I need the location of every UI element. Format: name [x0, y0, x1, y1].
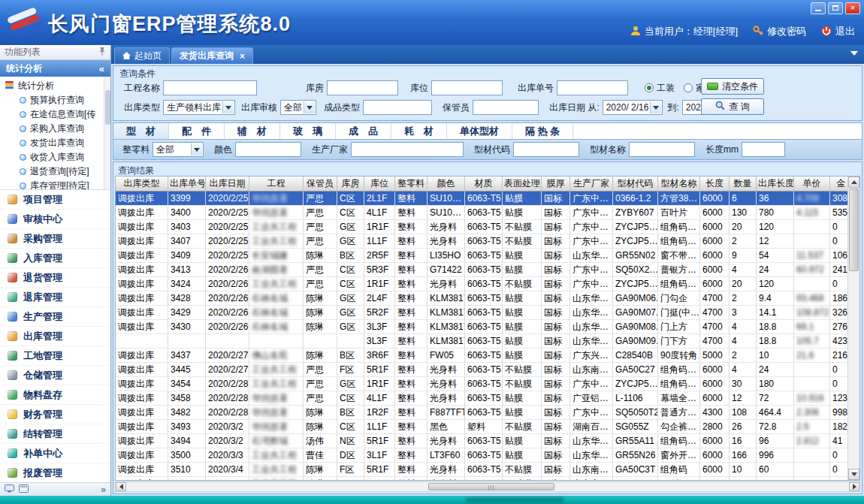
cell[interactable]: 山东华… — [570, 448, 613, 463]
cell[interactable]: ZYCJP5… — [613, 220, 658, 234]
cell[interactable]: 6000 — [700, 192, 730, 206]
cell[interactable]: 10 — [730, 477, 757, 480]
cell[interactable] — [206, 334, 249, 349]
cell[interactable]: 调拨出库 — [116, 291, 168, 306]
cell[interactable]: 整料 — [395, 406, 427, 420]
cell[interactable]: L型角… — [658, 477, 700, 480]
cell[interactable]: 山东华… — [570, 306, 613, 320]
cell[interactable]: 整料 — [395, 306, 427, 320]
cell[interactable]: 6000 — [700, 434, 730, 448]
cell[interactable]: 广东中… — [570, 377, 613, 391]
table-row[interactable]: 调拨出库34822020/2/28华润原著陈琳B区1R2F整料F887TFT60… — [116, 406, 847, 420]
cell[interactable]: 调拨出库 — [116, 263, 168, 277]
tree-root-statistics[interactable]: 统计分析 — [5, 79, 103, 93]
cell[interactable]: 2020/3/4 — [206, 477, 249, 480]
cell[interactable]: 6000 — [700, 448, 730, 463]
cell[interactable]: 2020/3/3 — [206, 448, 249, 463]
cell[interactable]: 贴膜 — [503, 320, 542, 334]
sidebar-item-退库管理[interactable]: 退库管理 — [0, 288, 110, 307]
cell[interactable]: 山东华… — [570, 334, 613, 349]
cell[interactable]: 3430 — [168, 320, 206, 334]
project-name-input[interactable] — [163, 80, 257, 95]
cell[interactable]: LT3F60 — [427, 448, 465, 463]
cell[interactable]: LI35HO — [427, 249, 465, 263]
cell[interactable]: 窗外开… — [658, 448, 700, 463]
scroll-up-button[interactable] — [848, 177, 859, 188]
cell[interactable]: 严思 — [304, 220, 337, 234]
cell[interactable]: 陈琳 — [304, 291, 337, 306]
cell[interactable]: C区 — [337, 192, 364, 206]
cell[interactable] — [794, 477, 830, 480]
cell[interactable]: 2020/3/4 — [206, 463, 249, 477]
cell[interactable]: 6063-T5 — [465, 477, 503, 480]
scroll-down-button[interactable] — [848, 469, 859, 480]
cell[interactable]: 整料 — [395, 291, 427, 306]
cell[interactable]: F区 — [337, 463, 364, 477]
cell[interactable]: 光身料 — [427, 477, 465, 480]
cell[interactable]: 5R2F — [364, 306, 395, 320]
table-row[interactable]: 调拨出库34452020/2/27工业共工程严思F区5R1F整料光身料6063-… — [116, 363, 847, 377]
cell[interactable]: 72 — [757, 391, 794, 406]
scroll-left-button[interactable] — [116, 482, 126, 491]
cell[interactable]: 3400 — [168, 206, 206, 220]
cell[interactable]: 石林名城 — [249, 320, 304, 334]
cell[interactable]: 国标 — [542, 434, 570, 448]
cell[interactable]: 2020/2/25 — [206, 220, 249, 234]
cell[interactable]: 光身料 — [427, 277, 465, 291]
column-header-库位[interactable]: 库位 — [364, 177, 395, 192]
material-tab-配件[interactable]: 配 件 — [169, 123, 225, 139]
close-button[interactable]: × — [845, 2, 860, 14]
table-row[interactable]: 调拨出库34132020/2/26南湖园著严思C区5R3F整料G71422606… — [116, 263, 847, 277]
table-row[interactable]: 调拨出库34302020/2/26石林名城陈琳G区3L3F整料KLM381760… — [116, 320, 847, 334]
cell[interactable]: 调拨出库 — [116, 249, 168, 263]
cell[interactable]: KLM3817 — [427, 291, 465, 306]
table-row[interactable]: 调拨出库34582020/2/28华润原著严思C区4L1F整料光身料6063-T… — [116, 391, 847, 406]
cell[interactable]: 国标 — [542, 463, 570, 477]
cell[interactable]: 6000 — [700, 377, 730, 391]
cell[interactable]: GA90M08. — [613, 320, 658, 334]
cell[interactable]: 120 — [757, 277, 794, 291]
column-header-库房[interactable]: 库房 — [337, 177, 364, 192]
tab-close-icon[interactable]: × — [240, 53, 245, 60]
cell[interactable]: 780 — [757, 206, 794, 220]
cell[interactable]: 勾企裤… — [658, 420, 700, 434]
cell[interactable]: SG055Z — [613, 420, 658, 434]
cell[interactable]: 0 — [830, 477, 847, 480]
cell[interactable]: 24 — [757, 363, 794, 377]
cell[interactable]: 工业共工程 — [249, 477, 304, 480]
cell[interactable]: GA50C3T — [613, 463, 658, 477]
cell[interactable]: G区 — [337, 306, 364, 320]
cell[interactable]: B区 — [337, 406, 364, 420]
cell[interactable]: 2020/2/26 — [206, 277, 249, 291]
cell[interactable]: 贴膜 — [503, 291, 542, 306]
cell[interactable] — [304, 334, 337, 349]
cell[interactable]: 1R1F — [364, 377, 395, 391]
cell[interactable]: 调拨出库 — [116, 206, 168, 220]
sidebar-item-入库管理[interactable]: 入库管理 — [0, 249, 110, 268]
cell[interactable]: 调拨出库 — [116, 234, 168, 249]
cell[interactable]: 0366-1.2 — [613, 192, 658, 206]
jiazhuang-radio[interactable] — [684, 83, 693, 92]
table-row[interactable]: 调拨出库34372020/2/27佛山名苑陈琳B区3R6F整料FW056063-… — [116, 349, 847, 363]
material-tab-玻璃[interactable]: 玻 璃 — [280, 123, 336, 139]
cell[interactable]: 535 — [830, 206, 847, 220]
cell[interactable]: 3424 — [168, 277, 206, 291]
cell[interactable]: 华润原著 — [249, 406, 304, 420]
sidebar-item-项目管理[interactable]: 项目管理 — [0, 190, 110, 210]
column-header-出库单号[interactable]: 出库单号 — [168, 177, 206, 192]
cell[interactable]: 2020/2/25 — [206, 192, 249, 206]
cell[interactable]: N区 — [337, 434, 364, 448]
cell[interactable]: 严思 — [304, 363, 337, 377]
cell[interactable] — [794, 463, 830, 477]
cell[interactable]: 国标 — [542, 249, 570, 263]
cell[interactable]: 陈琳 — [304, 306, 337, 320]
audit-select[interactable]: 全部 — [280, 100, 316, 115]
cell[interactable]: 6063-T5 — [465, 192, 503, 206]
cell[interactable]: 4700 — [700, 291, 730, 306]
cell[interactable]: 组角码… — [658, 234, 700, 249]
cell[interactable]: 2800 — [700, 420, 730, 434]
cell[interactable]: 4.708 — [794, 192, 830, 206]
cell[interactable]: 5R1F — [364, 463, 395, 477]
cell[interactable]: 2020/2/27 — [206, 349, 249, 363]
cell[interactable]: 不贴膜 — [503, 234, 542, 249]
